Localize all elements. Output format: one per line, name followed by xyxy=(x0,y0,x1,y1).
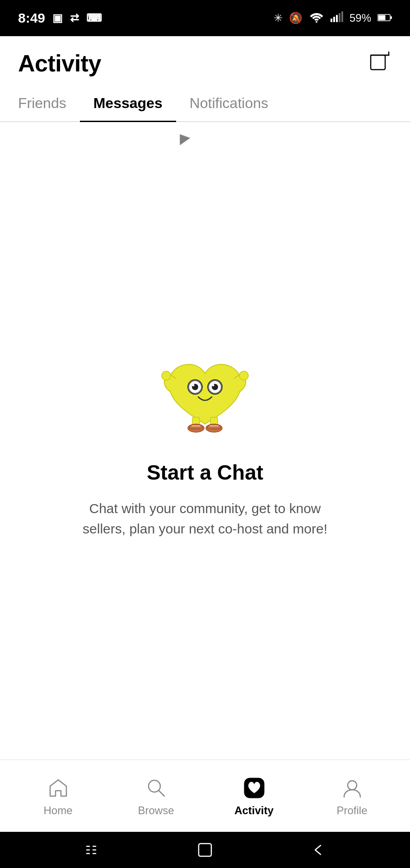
battery-percentage: 59% xyxy=(349,12,371,24)
compose-button[interactable] xyxy=(368,52,392,75)
search-icon xyxy=(144,775,169,801)
nav-browse[interactable]: Browse xyxy=(107,771,205,821)
status-time: 8:49 xyxy=(18,10,45,26)
mute-icon: 🔕 xyxy=(289,12,303,24)
nav-activity-label: Activity xyxy=(234,804,274,817)
svg-point-11 xyxy=(162,371,171,380)
empty-state-description: Chat with your community, get to know se… xyxy=(74,498,336,539)
tab-friends[interactable]: Friends xyxy=(18,86,80,122)
svg-point-34 xyxy=(348,781,357,790)
nav-browse-label: Browse xyxy=(138,804,174,817)
nav-home[interactable]: Home xyxy=(9,771,107,821)
svg-line-32 xyxy=(158,790,164,796)
home-icon xyxy=(46,775,71,801)
svg-rect-5 xyxy=(341,11,343,22)
status-bar: 8:49 ▣ ⇄ ⌨ ✳ 🔕 59% xyxy=(0,0,410,36)
status-left: 8:49 ▣ ⇄ ⌨ xyxy=(18,10,102,26)
android-back-btn[interactable] xyxy=(311,844,325,856)
main-content: Start a Chat Chat with your community, g… xyxy=(0,122,410,760)
person-icon xyxy=(340,775,365,801)
heart-icon xyxy=(242,775,267,801)
svg-rect-8 xyxy=(391,16,392,19)
svg-point-21 xyxy=(212,384,214,387)
header: Activity xyxy=(0,36,410,86)
nav-activity[interactable]: Activity xyxy=(205,771,303,821)
page-title: Activity xyxy=(18,50,101,77)
tabs-bar: Friends Messages Notifications xyxy=(0,86,410,122)
svg-point-16 xyxy=(192,384,195,387)
signal-icon xyxy=(331,11,343,25)
svg-rect-9 xyxy=(371,55,385,70)
svg-point-12 xyxy=(239,371,248,380)
nav-home-label: Home xyxy=(43,804,72,817)
cast-icon: ⇄ xyxy=(70,12,79,24)
bottom-nav: Home Browse Activity xyxy=(0,760,410,832)
svg-rect-4 xyxy=(339,13,340,22)
nav-profile[interactable]: Profile xyxy=(303,771,401,821)
svg-rect-2 xyxy=(333,17,335,22)
svg-point-0 xyxy=(316,21,317,23)
mascot-illustration xyxy=(155,343,255,442)
nav-profile-label: Profile xyxy=(336,804,367,817)
empty-state: Start a Chat Chat with your community, g… xyxy=(74,343,336,539)
android-nav-bar xyxy=(0,832,410,868)
tab-messages[interactable]: Messages xyxy=(80,86,176,122)
bluetooth-icon: ✳ xyxy=(274,12,283,24)
android-recent-btn[interactable] xyxy=(85,844,99,856)
svg-rect-1 xyxy=(331,19,332,22)
key-icon: ⌨ xyxy=(86,12,102,24)
svg-rect-41 xyxy=(199,844,211,856)
video-icon: ▣ xyxy=(52,12,63,24)
svg-rect-7 xyxy=(378,15,386,20)
svg-rect-3 xyxy=(336,15,338,22)
android-home-btn[interactable] xyxy=(197,842,213,858)
tab-notifications[interactable]: Notifications xyxy=(176,86,282,122)
wifi-icon xyxy=(309,11,324,25)
empty-state-title: Start a Chat xyxy=(147,460,263,485)
status-right: ✳ 🔕 59% xyxy=(274,11,392,25)
battery-icon xyxy=(377,12,392,24)
